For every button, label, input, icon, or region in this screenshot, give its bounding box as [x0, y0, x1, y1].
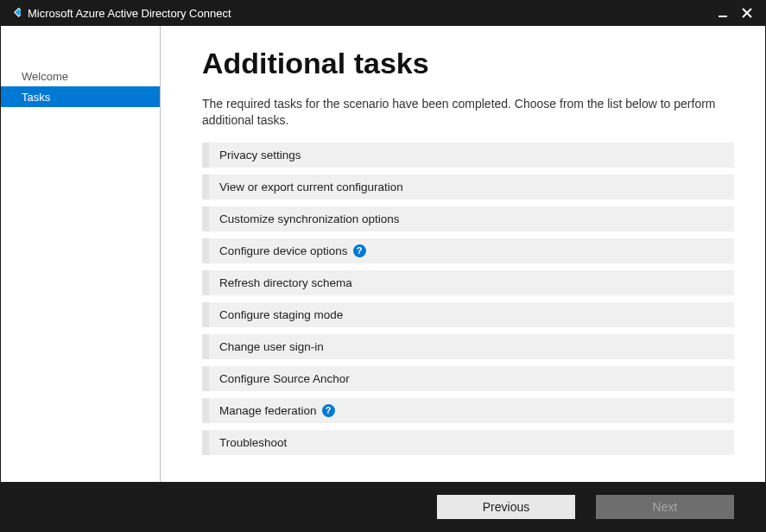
- footer: Previous Next: [1, 482, 765, 531]
- task-label: Privacy settings: [219, 149, 301, 162]
- task-accent: [202, 270, 209, 295]
- window-title: Microsoft Azure Active Directory Connect: [28, 7, 711, 20]
- sidebar-item-label: Welcome: [22, 70, 68, 83]
- titlebar: Microsoft Azure Active Directory Connect: [0, 0, 766, 26]
- svg-rect-1: [719, 16, 727, 17]
- task-item[interactable]: View or export current configuration: [202, 174, 734, 200]
- task-accent: [202, 398, 209, 423]
- app-logo-icon: [7, 6, 21, 20]
- help-icon[interactable]: ?: [353, 244, 366, 257]
- task-label: View or export current configuration: [219, 180, 403, 193]
- task-accent: [202, 174, 209, 200]
- task-accent: [202, 430, 209, 455]
- sidebar-item-tasks[interactable]: Tasks: [1, 86, 160, 107]
- task-label: Configure staging mode: [219, 308, 343, 321]
- window-body: WelcomeTasks Additional tasks The requir…: [0, 26, 766, 532]
- task-label: Troubleshoot: [219, 436, 287, 449]
- task-accent: [202, 366, 209, 391]
- next-button: Next: [596, 495, 734, 519]
- task-list: Privacy settingsView or export current c…: [202, 142, 734, 455]
- task-accent: [202, 142, 209, 168]
- task-accent: [202, 206, 209, 231]
- task-item[interactable]: Change user sign-in: [202, 334, 734, 359]
- task-item[interactable]: Manage federation?: [202, 398, 734, 423]
- task-item[interactable]: Privacy settings: [202, 142, 734, 168]
- task-accent: [202, 238, 209, 263]
- task-accent: [202, 334, 209, 359]
- task-item[interactable]: Configure Source Anchor: [202, 366, 734, 391]
- task-item[interactable]: Configure staging mode: [202, 302, 734, 327]
- task-label: Refresh directory schema: [219, 276, 352, 289]
- task-label: Configure device options: [219, 244, 348, 257]
- task-accent: [202, 302, 209, 327]
- page-description: The required tasks for the scenario have…: [202, 96, 734, 129]
- sidebar-item-welcome[interactable]: Welcome: [1, 66, 160, 86]
- svg-rect-0: [15, 8, 21, 16]
- task-label: Change user sign-in: [219, 340, 324, 353]
- task-label: Customize synchronization options: [219, 212, 400, 225]
- help-icon[interactable]: ?: [322, 404, 335, 417]
- page-title: Additional tasks: [202, 47, 734, 80]
- previous-button[interactable]: Previous: [437, 495, 575, 519]
- task-item[interactable]: Customize synchronization options: [202, 206, 734, 231]
- minimize-button[interactable]: [711, 1, 735, 25]
- sidebar-item-label: Tasks: [22, 91, 50, 104]
- main-panel: Additional tasks The required tasks for …: [161, 26, 765, 482]
- task-label: Configure Source Anchor: [219, 372, 350, 385]
- task-item[interactable]: Refresh directory schema: [202, 270, 734, 295]
- close-button[interactable]: [735, 1, 759, 25]
- task-item[interactable]: Troubleshoot: [202, 430, 734, 455]
- sidebar: WelcomeTasks: [1, 26, 161, 482]
- task-item[interactable]: Configure device options?: [202, 238, 734, 263]
- task-label: Manage federation: [219, 404, 317, 417]
